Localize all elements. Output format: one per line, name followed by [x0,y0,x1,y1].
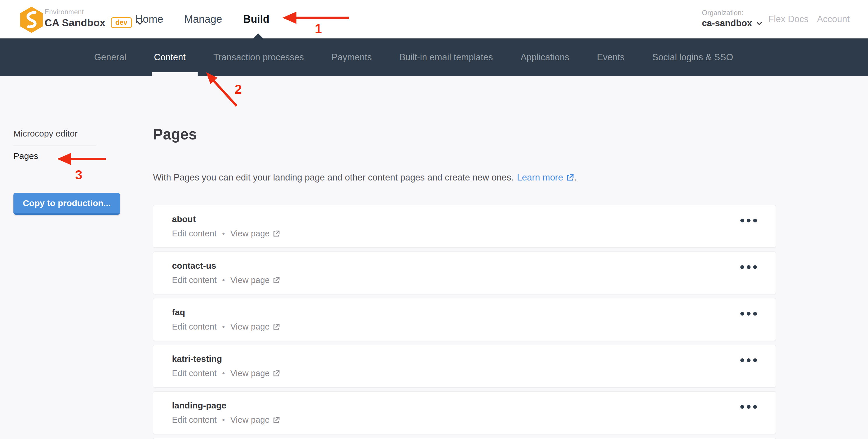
page-name: katri-testing [172,354,757,364]
console-page: Environment CA Sandbox dev Home Manage B… [0,0,868,439]
environment-dev-badge: dev [111,17,132,28]
page-name: landing-page [172,400,757,411]
ellipsis-icon [740,312,744,315]
more-actions-button[interactable] [738,356,759,365]
edit-content-link[interactable]: Edit content [172,229,217,238]
intro-paragraph: With Pages you can edit your landing pag… [153,172,577,183]
page-title: Pages [153,126,197,143]
tab-general[interactable]: General [94,52,126,63]
page-name: contact-us [172,261,757,271]
build-subnav: General Content Transaction processes Pa… [0,38,868,76]
chevron-down-icon [755,20,763,27]
sidebar-divider [13,145,96,146]
environment-label: Environment [44,8,84,16]
tab-social-logins-sso[interactable]: Social logins & SSO [652,52,733,63]
learn-more-link[interactable]: Learn more [517,172,575,183]
edit-content-link[interactable]: Edit content [172,415,217,425]
tab-events[interactable]: Events [597,52,625,63]
page-card-faq: faq Edit content • View page [153,298,776,341]
ellipsis-icon [740,358,744,362]
tab-built-in-email-templates[interactable]: Built-in email templates [399,52,493,63]
nav-manage[interactable]: Manage [184,13,222,25]
external-link-icon [272,276,280,284]
page-name: faq [172,307,757,317]
ellipsis-icon [740,265,744,269]
page-card-landing-page: landing-page Edit content • View page [153,391,776,434]
external-link-icon [272,323,280,331]
organization-label: Organization: [702,9,744,17]
external-link-icon [272,369,280,378]
edit-content-link[interactable]: Edit content [172,275,217,285]
sidebar-item-microcopy-editor[interactable]: Microcopy editor [13,129,78,139]
more-actions-button[interactable] [738,309,759,318]
view-page-link[interactable]: View page [230,415,280,425]
edit-content-link[interactable]: Edit content [172,369,217,378]
more-actions-button[interactable] [738,263,759,271]
flex-docs-link[interactable]: Flex Docs [768,14,809,25]
pages-list: about Edit content • View page contact-u… [153,205,776,439]
bullet-separator: • [222,322,225,331]
intro-text: With Pages you can edit your landing pag… [153,172,514,183]
organization-selector[interactable]: ca-sandbox [702,18,763,29]
view-page-link[interactable]: View page [230,322,280,332]
tab-applications[interactable]: Applications [521,52,569,63]
organization-name: ca-sandbox [702,18,752,29]
tab-transaction-processes[interactable]: Transaction processes [213,52,304,63]
bullet-separator: • [222,369,225,378]
annotation-number-1: 1 [315,22,322,36]
more-actions-button[interactable] [738,216,759,225]
page-name: about [172,214,757,225]
view-page-link[interactable]: View page [230,229,280,238]
active-tab-indicator [152,72,197,76]
account-link[interactable]: Account [817,14,850,25]
active-nav-caret [253,33,264,39]
tab-content[interactable]: Content [154,52,186,63]
intro-period: . [575,172,577,183]
page-card-about: about Edit content • View page [153,205,776,248]
page-card-katri-testing: katri-testing Edit content • View page [153,345,776,387]
page-card-partial [153,438,776,439]
annotation-number-2: 2 [235,82,242,97]
ellipsis-icon [740,218,744,223]
more-actions-button[interactable] [738,403,759,411]
external-link-icon [272,230,280,238]
sidebar-item-pages[interactable]: Pages [13,151,38,161]
learn-more-label: Learn more [517,172,563,183]
tab-payments[interactable]: Payments [332,52,372,63]
sharetribe-logo-icon[interactable] [17,6,46,34]
external-link-icon [566,173,575,182]
nav-build[interactable]: Build [243,13,269,25]
primary-nav: Home Manage Build [135,0,269,38]
page-card-contact-us: contact-us Edit content • View page [153,251,776,294]
annotation-arrow-3 [53,150,108,168]
bullet-separator: • [222,229,225,238]
top-header: Environment CA Sandbox dev Home Manage B… [0,0,868,38]
nav-home[interactable]: Home [135,13,163,25]
view-page-link[interactable]: View page [230,275,280,285]
environment-selector[interactable]: CA Sandbox dev [44,17,144,29]
view-page-link[interactable]: View page [230,369,280,378]
ellipsis-icon [740,405,744,409]
copy-to-production-button[interactable]: Copy to production... [13,193,120,215]
external-link-icon [272,416,280,424]
edit-content-link[interactable]: Edit content [172,322,217,332]
annotation-number-3: 3 [75,168,82,182]
bullet-separator: • [222,415,225,425]
bullet-separator: • [222,276,225,285]
environment-name: CA Sandbox [44,17,105,29]
